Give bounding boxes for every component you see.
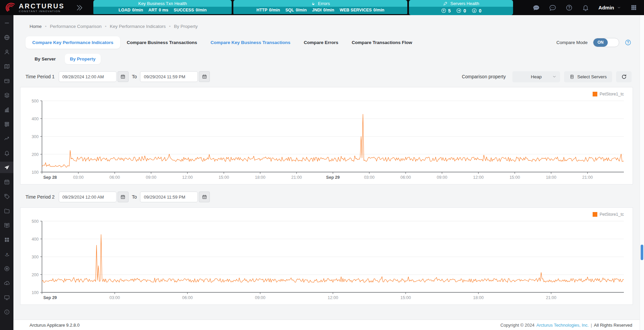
copyright-text: Copyright © 2024 xyxy=(500,323,534,328)
breadcrumb-home[interactable]: Home xyxy=(30,24,42,29)
widget-servers-health[interactable]: Servers Health 500 xyxy=(409,0,513,15)
amazon-icon: a xyxy=(4,251,10,257)
metric-http: HTTP0/min xyxy=(257,8,280,12)
paper-plane-icon xyxy=(4,164,10,171)
sidebar-item-globe[interactable] xyxy=(0,32,13,43)
breadcrumb-performance-comparison[interactable]: Performance Comparison xyxy=(42,24,101,29)
info-icon xyxy=(4,309,10,315)
svg-text:18:00: 18:00 xyxy=(473,295,484,300)
comparison-property-select[interactable]: Heap xyxy=(512,71,560,82)
svg-text:400: 400 xyxy=(32,117,39,121)
sidebar-item-tag[interactable] xyxy=(0,191,13,202)
notifications-bell-icon[interactable] xyxy=(582,4,589,11)
tab-compare-key-business-transactions[interactable]: Compare Key Business Transactions xyxy=(204,36,297,49)
flame-icon xyxy=(311,1,316,6)
period1-to-calendar-button[interactable] xyxy=(199,71,210,82)
chart-legend[interactable]: PetStore1_tc xyxy=(25,89,629,97)
refresh-button[interactable] xyxy=(616,71,632,82)
compare-mode-control: Compare Mode ON xyxy=(556,38,632,47)
to-label: To xyxy=(132,194,137,200)
time-period-1-label: Time Period 1 xyxy=(26,74,55,79)
sidebar-item-grid[interactable] xyxy=(0,234,13,245)
sidebar-item-user[interactable] xyxy=(0,46,13,57)
heap-comparison-chart-period-2[interactable]: 100200300400500Sep 2903:0006:0009:0012:0… xyxy=(25,218,629,304)
tab-compare-key-performance-indicators[interactable]: Compare Key Performance Indicators xyxy=(26,36,120,49)
sidebar-item-book[interactable] xyxy=(0,219,13,231)
comparison-controls: Comparison property Heap Select Servers xyxy=(462,71,632,82)
select-servers-button[interactable]: Select Servers xyxy=(564,71,612,82)
widget-title: Key Business Txn Health xyxy=(138,1,187,6)
svg-text:200: 200 xyxy=(32,273,39,277)
to-label: To xyxy=(132,74,137,79)
sidebar-item-amazon[interactable]: a xyxy=(0,248,13,260)
period2-from-input[interactable] xyxy=(59,192,117,202)
period2-from-calendar-button[interactable] xyxy=(118,192,129,202)
subtab-by-property[interactable]: By Property xyxy=(65,54,101,64)
svg-text:500: 500 xyxy=(32,219,39,224)
svg-text:12:00: 12:00 xyxy=(473,175,484,180)
svg-text:06:00: 06:00 xyxy=(182,295,193,300)
svg-text:300: 300 xyxy=(32,134,39,139)
toggle-on-state: ON xyxy=(593,38,608,47)
svg-text:03:00: 03:00 xyxy=(109,295,120,300)
tab-compare-business-transactions[interactable]: Compare Business Transactions xyxy=(120,36,204,49)
heap-comparison-chart-period-1[interactable]: 100200300400500Sep 2803:0006:0009:0012:0… xyxy=(25,97,629,183)
svg-text:a: a xyxy=(6,251,8,255)
collapse-sidebar-icon[interactable] xyxy=(75,4,83,12)
sidebar-item-layers[interactable] xyxy=(0,89,13,101)
breadcrumb-by-property: By Property xyxy=(166,24,198,29)
user-name: Admin xyxy=(598,5,614,10)
sidebar-item-menu[interactable] xyxy=(0,17,13,29)
sidebar-item-paper-plane[interactable] xyxy=(0,162,13,173)
server-counter-arrow-right-circle: 0 xyxy=(456,8,466,13)
apps-grid-icon[interactable] xyxy=(630,4,637,11)
sidebar-item-database[interactable] xyxy=(0,118,13,130)
tab-compare-errors[interactable]: Compare Errors xyxy=(297,36,345,49)
sidebar-item-cloud-download[interactable] xyxy=(0,277,13,289)
period1-to-input[interactable] xyxy=(140,71,198,82)
breadcrumb: Home Performance Comparison Key Performa… xyxy=(13,15,640,29)
sidebar-item-gear[interactable] xyxy=(0,263,13,274)
sidebar-item-calendar[interactable] xyxy=(0,176,13,188)
sidebar-item-trend-line[interactable] xyxy=(0,133,13,144)
sidebar-item-folder[interactable] xyxy=(0,205,13,216)
widget-key-business-txn-health[interactable]: Key Business Txn Health LOAD0/minART0 ms… xyxy=(93,0,232,15)
sidebar-item-bell[interactable] xyxy=(0,147,13,159)
feedback-chat-icon[interactable] xyxy=(533,4,540,11)
svg-text:21:00: 21:00 xyxy=(291,175,302,180)
user-menu[interactable]: Admin xyxy=(598,5,621,10)
sidebar-item-map[interactable] xyxy=(0,60,13,72)
tab-compare-transactions-flow[interactable]: Compare Transactions Flow xyxy=(345,36,419,49)
compare-mode-toggle[interactable]: ON xyxy=(593,38,619,47)
rights-text: All Rights Reserved xyxy=(594,323,632,328)
metric-sql: SQL0/min xyxy=(285,8,307,12)
period1-from-input[interactable] xyxy=(59,71,117,82)
period2-to-calendar-button[interactable] xyxy=(199,192,210,202)
sidebar-item-wallet[interactable] xyxy=(0,75,13,86)
period2-to-input[interactable] xyxy=(140,192,198,202)
time-period-2-row: Time Period 2 To xyxy=(26,191,632,203)
widget-errors[interactable]: Errors HTTP0/minSQL0/minJNDI0/minWEB SER… xyxy=(233,0,407,15)
subtab-by-server[interactable]: By Server xyxy=(30,54,61,64)
company-link[interactable]: Arcturus Technologies, Inc. xyxy=(537,323,589,328)
brand-logo[interactable]: ARCTURUS CONSTANT INNOVATION xyxy=(4,2,64,14)
svg-text:09:00: 09:00 xyxy=(437,175,447,180)
vertical-scrollbar[interactable] xyxy=(640,15,644,330)
help-icon[interactable] xyxy=(565,4,573,11)
messages-chat-icon[interactable] xyxy=(549,4,556,11)
tag-icon xyxy=(4,193,10,200)
grid-icon xyxy=(4,237,10,243)
arrow-up-circle-icon xyxy=(441,8,447,13)
svg-text:18:00: 18:00 xyxy=(255,175,265,180)
svg-text:09:00: 09:00 xyxy=(255,295,265,300)
main-content: Home Performance Comparison Key Performa… xyxy=(13,15,640,330)
svg-text:Sep 29: Sep 29 xyxy=(326,175,339,180)
breadcrumb-kpi[interactable]: Key Performance Indicators xyxy=(101,24,166,29)
compare-mode-help-icon[interactable] xyxy=(625,39,632,46)
sidebar-item-monitor[interactable] xyxy=(0,292,13,303)
chart-legend[interactable]: PetStore1_tc xyxy=(25,209,629,218)
sidebar-item-bar-chart[interactable] xyxy=(0,104,13,115)
sidebar-item-info[interactable] xyxy=(0,306,13,318)
scrollbar-thumb[interactable] xyxy=(641,245,643,260)
period1-from-calendar-button[interactable] xyxy=(118,71,129,82)
